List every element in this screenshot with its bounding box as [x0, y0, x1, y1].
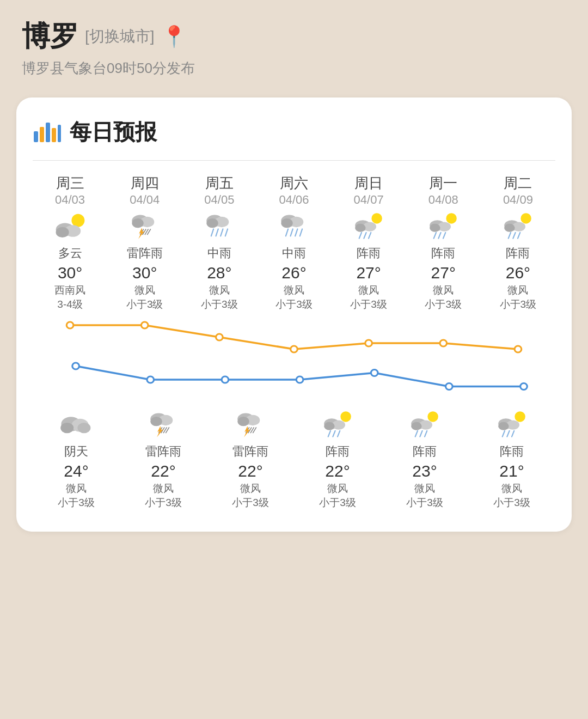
weather-icon-day-4: [349, 211, 388, 242]
day-date-3: 04/06: [279, 193, 309, 207]
svg-line-105: [507, 431, 509, 437]
svg-point-96: [411, 422, 421, 430]
wind-level-night-0: 小于3级: [58, 496, 95, 510]
svg-point-48: [505, 224, 515, 232]
city-name: 博罗: [22, 17, 78, 56]
svg-point-19: [206, 218, 218, 228]
svg-line-90: [328, 431, 330, 437]
svg-line-36: [364, 233, 366, 239]
svg-line-27: [286, 229, 288, 236]
svg-point-5: [71, 214, 84, 227]
svg-point-41: [430, 224, 440, 232]
svg-point-34: [355, 224, 365, 232]
day-col-2: 周五 04/05 中雨 28° 微风 小于3级: [184, 174, 255, 312]
day-name-0: 周三: [56, 174, 84, 193]
wind-name-day-6: 微风: [507, 283, 528, 297]
svg-point-31: [372, 213, 382, 223]
svg-point-72: [150, 417, 162, 426]
temp-day-6: 26°: [506, 264, 530, 282]
weather-desc-night-2: 雷阵雨: [232, 443, 268, 460]
wind-name-night-2: 微风: [240, 482, 261, 496]
svg-point-63: [371, 370, 378, 376]
day-col-4: 周日 04/07 阵雨 27° 微风 小于3级: [333, 174, 404, 312]
svg-point-57: [440, 340, 447, 346]
temp-day-1: 30°: [132, 264, 157, 282]
svg-line-29: [295, 229, 297, 236]
wind-level-night-5: 小于3级: [493, 496, 530, 510]
wind-level-night-3: 小于3级: [319, 496, 356, 510]
location-icon: 📍: [161, 25, 187, 48]
wind-level-day-5: 小于3级: [425, 297, 462, 312]
day-name-2: 周五: [205, 174, 234, 193]
temp-day-3: 26°: [281, 264, 306, 282]
wind-name-night-4: 微风: [414, 482, 435, 496]
svg-line-92: [338, 431, 340, 437]
card-header: 每日预报: [33, 117, 555, 147]
temp-day-4: 27°: [356, 264, 381, 282]
temp-night-4: 23°: [412, 462, 437, 480]
subtitle: 博罗县气象台09时50分发布: [22, 59, 566, 78]
weather-icon-night-0: [57, 410, 96, 440]
wind-level-night-2: 小于3级: [232, 496, 269, 510]
wind-name-night-5: 微风: [501, 482, 522, 496]
temp-day-5: 27°: [431, 264, 456, 282]
day-col-6: 周二 04/09 阵雨 26° 微风 小于3级: [482, 174, 553, 312]
wind-name-day-3: 微风: [284, 283, 304, 297]
svg-point-100: [514, 411, 525, 422]
weather-desc-day-4: 阵雨: [357, 245, 381, 261]
wind-name-night-1: 微风: [153, 482, 174, 496]
svg-point-55: [291, 346, 298, 352]
weather-desc-day-2: 中雨: [207, 245, 231, 261]
switch-city-button[interactable]: [切换城市]: [85, 26, 155, 47]
weather-icon-day-2: [200, 211, 239, 242]
temp-day-2: 28°: [207, 264, 231, 282]
svg-point-68: [60, 423, 74, 433]
wind-name-day-5: 微风: [433, 283, 454, 297]
wind-level-night-4: 小于3级: [406, 496, 443, 510]
divider: [33, 160, 555, 161]
svg-line-22: [220, 229, 223, 236]
temp-night-5: 21°: [499, 462, 524, 480]
night-col-1: 雷阵雨 22° 微风 小于3级: [123, 410, 204, 510]
weather-icon-day-0: [51, 211, 90, 242]
svg-line-42: [434, 233, 436, 239]
wind-level-day-3: 小于3级: [275, 297, 313, 312]
temp-night-2: 22°: [238, 462, 262, 480]
svg-line-20: [211, 229, 213, 236]
wind-level-night-1: 小于3级: [145, 496, 182, 510]
night-col-3: 阵雨 22° 微风 小于3级: [297, 410, 378, 510]
wind-level-day-2: 小于3级: [201, 297, 238, 312]
wind-name-day-2: 微风: [209, 283, 230, 297]
svg-point-62: [296, 376, 303, 383]
weather-icon-night-5: [492, 410, 531, 440]
wind-name-day-4: 微风: [358, 283, 379, 297]
weather-desc-day-6: 阵雨: [506, 245, 530, 261]
day-date-4: 04/07: [354, 193, 384, 207]
weather-icon-night-1: [144, 410, 183, 440]
night-row: 阴天 24° 微风 小于3级 雷阵雨 22° 微风 小于3级: [33, 410, 555, 510]
day-name-3: 周六: [280, 174, 308, 193]
day-date-0: 04/03: [55, 193, 85, 207]
weather-desc-night-5: 阵雨: [500, 443, 524, 460]
svg-point-38: [446, 213, 457, 223]
weather-desc-night-1: 雷阵雨: [145, 443, 181, 460]
svg-point-53: [141, 322, 148, 328]
weather-icon-night-2: [231, 410, 270, 440]
day-col-0: 周三 04/03 多云 30° 西南风 3-4级: [35, 174, 106, 312]
header: 博罗 [切换城市] 📍 博罗县气象台09时50分发布: [0, 0, 588, 87]
svg-line-37: [369, 233, 371, 239]
weather-desc-day-1: 雷阵雨: [127, 245, 163, 261]
day-col-5: 周一 04/08 阵雨 27° 微风 小于3级: [408, 174, 479, 312]
day-date-2: 04/05: [204, 193, 234, 207]
svg-line-49: [509, 233, 511, 239]
weather-desc-night-0: 阴天: [64, 443, 88, 460]
weather-icon-night-4: [405, 410, 444, 440]
day-name-5: 周一: [429, 174, 457, 193]
svg-rect-0: [34, 131, 38, 142]
wind-name-night-3: 微风: [327, 482, 348, 496]
svg-line-91: [333, 431, 335, 437]
day-col-1: 周四 04/04 雷阵雨 30° 微风 小于3级: [109, 174, 180, 312]
day-date-5: 04/08: [428, 193, 458, 207]
wind-name-night-0: 微风: [66, 482, 87, 496]
svg-line-50: [513, 233, 516, 239]
